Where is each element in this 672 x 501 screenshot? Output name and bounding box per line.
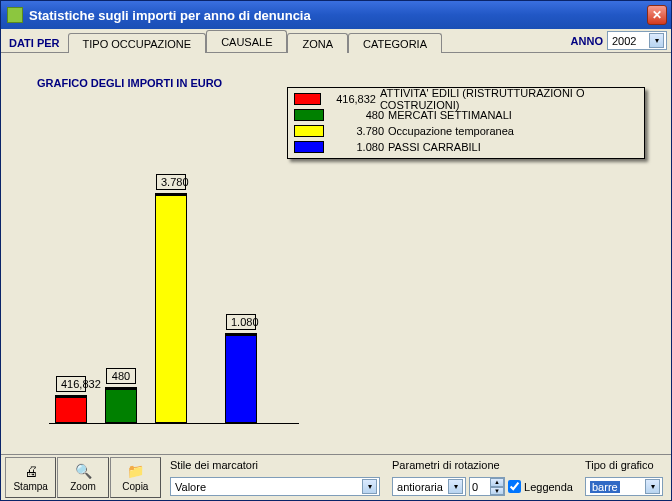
legend-swatch — [294, 109, 324, 121]
chart-type-label: Tipo di grafico — [585, 459, 663, 471]
bar-value-label: 1.080 — [226, 314, 256, 330]
bar-value-label: 480 — [106, 368, 136, 384]
print-button[interactable]: 🖨 Stampa — [5, 457, 56, 498]
chart-type-select[interactable]: barre ▾ — [585, 477, 663, 496]
magnifier-icon: 🔍 — [73, 463, 93, 479]
legend-row: 416,832ATTIVITA' EDILI (RISTRUTTURAZIONI… — [294, 91, 638, 107]
marker-style-label: Stile dei marcatori — [170, 459, 380, 471]
chart-bar: 480 — [105, 387, 137, 423]
legend-value: 3.780 — [332, 125, 384, 137]
bar-chart: 416,8324803.7801.080 — [49, 154, 299, 424]
anno-label: ANNO — [571, 35, 603, 47]
legend-label: MERCATI SETTIMANALI — [388, 109, 512, 121]
legend-row: 3.780Occupazione temporanea — [294, 123, 638, 139]
chevron-down-icon: ▾ — [649, 33, 664, 48]
bottom-toolbar: 🖨 Stampa 🔍 Zoom 📁 Copia Stile dei marcat… — [1, 454, 671, 500]
rotation-value-input[interactable] — [470, 481, 490, 493]
close-button[interactable]: ✕ — [647, 5, 667, 25]
tab-bar: DATI PER TIPO OCCUPAZIONECAUSALEZONACATE… — [1, 29, 671, 53]
chevron-down-icon: ▾ — [448, 479, 463, 494]
copy-button[interactable]: 📁 Copia — [110, 457, 161, 498]
legend-checkbox-input[interactable] — [508, 480, 521, 493]
tab-categoria[interactable]: CATEGORIA — [348, 33, 442, 53]
marker-style-select[interactable]: Valore ▾ — [170, 477, 380, 496]
app-window: Statistiche sugli importi per anno di de… — [0, 0, 672, 501]
spinner-down-icon[interactable]: ▼ — [490, 487, 504, 496]
title-bar: Statistiche sugli importi per anno di de… — [1, 1, 671, 29]
tab-zona[interactable]: ZONA — [287, 33, 348, 53]
chevron-down-icon: ▾ — [362, 479, 377, 494]
legend-swatch — [294, 125, 324, 137]
zoom-label: Zoom — [70, 481, 96, 492]
print-label: Stampa — [13, 481, 47, 492]
folder-icon: 📁 — [125, 463, 145, 479]
rotation-value-spinner[interactable]: ▲▼ — [469, 477, 505, 496]
tab-tipo-occupazione[interactable]: TIPO OCCUPAZIONE — [68, 33, 207, 53]
rotation-label: Parametri di rotazione — [392, 459, 573, 471]
rotation-direction-select[interactable]: antioraria ▾ — [392, 477, 466, 496]
window-title: Statistiche sugli importi per anno di de… — [29, 8, 647, 23]
zoom-button[interactable]: 🔍 Zoom — [57, 457, 108, 498]
legend-checkbox-label: Leggenda — [524, 481, 573, 493]
anno-select[interactable]: 2002 ▾ — [607, 31, 667, 50]
legend-checkbox[interactable]: Leggenda — [508, 480, 573, 493]
chevron-down-icon: ▾ — [645, 479, 660, 494]
legend-value: 480 — [332, 109, 384, 121]
chart-legend: 416,832ATTIVITA' EDILI (RISTRUTTURAZIONI… — [287, 87, 645, 159]
legend-value: 416,832 — [329, 93, 376, 105]
legend-row: 1.080PASSI CARRABILI — [294, 139, 638, 155]
legend-swatch — [294, 141, 324, 153]
chart-panel: GRAFICO DEGLI IMPORTI IN EURO 416,832ATT… — [1, 53, 671, 454]
chart-bar: 3.780 — [155, 193, 187, 423]
chart-bar: 416,832 — [55, 395, 87, 423]
bar-value-label: 3.780 — [156, 174, 186, 190]
legend-label: PASSI CARRABILI — [388, 141, 481, 153]
tab-causale[interactable]: CAUSALE — [206, 30, 287, 52]
legend-label: Occupazione temporanea — [388, 125, 514, 137]
chart-title: GRAFICO DEGLI IMPORTI IN EURO — [37, 77, 222, 89]
legend-label: ATTIVITA' EDILI (RISTRUTTURAZIONI O COST… — [380, 87, 638, 111]
printer-icon: 🖨 — [21, 463, 41, 479]
copy-label: Copia — [122, 481, 148, 492]
legend-value: 1.080 — [332, 141, 384, 153]
app-icon — [7, 7, 23, 23]
spinner-up-icon[interactable]: ▲ — [490, 478, 504, 487]
tab-group-label: DATI PER — [9, 37, 68, 52]
chart-bar: 1.080 — [225, 333, 257, 423]
legend-swatch — [294, 93, 321, 105]
bar-value-label: 416,832 — [56, 376, 86, 392]
